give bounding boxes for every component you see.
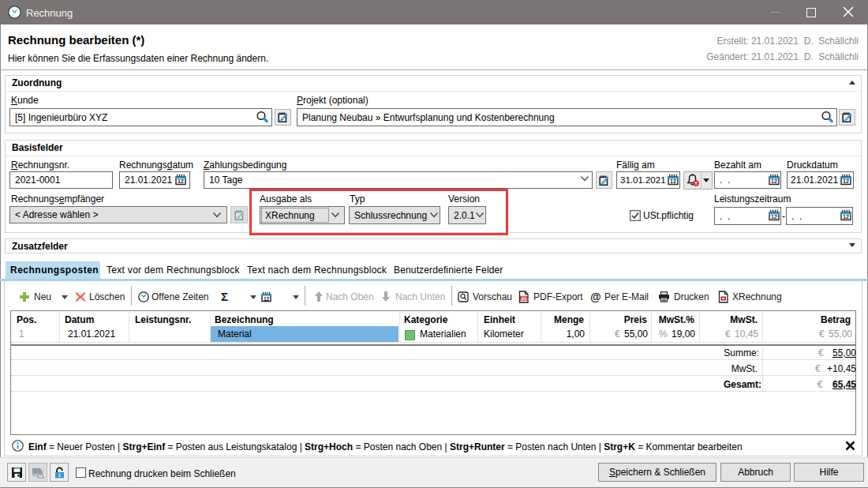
svg-text:12: 12 xyxy=(843,178,849,184)
svg-text:12: 12 xyxy=(178,178,184,184)
svg-text:12: 12 xyxy=(771,214,777,220)
svg-text:12: 12 xyxy=(843,214,849,220)
svg-text:PDF: PDF xyxy=(521,297,527,300)
svg-text:12: 12 xyxy=(771,178,777,184)
svg-text:12: 12 xyxy=(670,178,676,184)
svg-text:12: 12 xyxy=(264,296,270,302)
